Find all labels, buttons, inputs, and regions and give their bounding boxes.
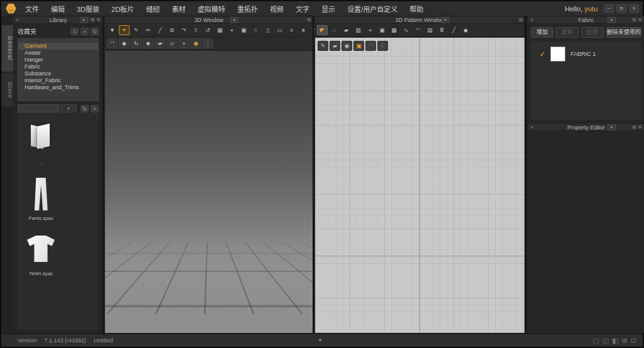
zoom-pattern-icon[interactable]: ◉: [341, 41, 352, 51]
free-sewing-icon[interactable]: ▤: [425, 25, 435, 35]
restore-button[interactable]: ⧉: [616, 4, 626, 13]
show-avatar-icon[interactable]: ☻: [143, 38, 153, 48]
layout-settings-icon[interactable]: ⊡: [631, 335, 636, 345]
show-hat-icon[interactable]: ◠: [107, 38, 118, 48]
edit-texture-icon[interactable]: ✎: [318, 41, 328, 51]
arrange-up-icon[interactable]: ⇧: [191, 25, 201, 35]
pin-icon[interactable]: +: [16, 17, 19, 23]
show-seamline-icon[interactable]: ▱: [167, 38, 177, 48]
thumbnail-tshirt[interactable]: Tshirt.zpac: [23, 232, 59, 286]
menu-help[interactable]: 帮助: [409, 4, 423, 14]
arrangement-icon[interactable]: ↷: [179, 25, 189, 35]
flatten-patterns-icon[interactable]: ⧉: [167, 25, 177, 35]
close-panel-icon[interactable]: ✕: [96, 16, 101, 24]
menu-material[interactable]: 素材: [172, 4, 186, 14]
sewing-2d-icon[interactable]: ▣: [377, 25, 387, 35]
minimize-button[interactable]: ─: [604, 4, 614, 13]
fabric-list-item[interactable]: ✓ FABRIC 1: [531, 41, 641, 62]
float-panel-icon[interactable]: ⧉: [633, 124, 636, 131]
grading-icon[interactable]: ▦: [214, 25, 225, 35]
library-item-substance[interactable]: Substance: [18, 70, 98, 77]
reset-arrangement-icon[interactable]: ↺: [203, 25, 213, 35]
measure-tape-icon[interactable]: ≡: [286, 25, 297, 35]
thumbnail-pants[interactable]: Pants.zpac: [23, 177, 59, 231]
library-item-garment[interactable]: Garment: [18, 43, 98, 50]
select-mesh-icon[interactable]: ✎: [131, 25, 142, 35]
menu-file[interactable]: 文件: [25, 4, 39, 14]
search-input[interactable]: [18, 104, 59, 112]
library-item-avatar[interactable]: Avatar: [18, 50, 98, 57]
copy-fabric-button[interactable]: 复制: [556, 27, 579, 38]
tab-store[interactable]: Store: [2, 73, 13, 107]
grading-2d-icon[interactable]: ▦: [389, 25, 399, 35]
transform-pattern-icon[interactable]: ◤: [317, 25, 328, 35]
import-icon[interactable]: ⇩: [70, 28, 79, 35]
chevron-down-icon[interactable]: ▼: [80, 17, 88, 23]
layout-split-3-icon[interactable]: ◧: [612, 335, 618, 345]
menu-text[interactable]: 文字: [296, 4, 309, 14]
delete-unused-button[interactable]: 删除未使用的: [606, 27, 641, 38]
close-panel-icon[interactable]: ✕: [638, 124, 642, 131]
render-mode-icon[interactable]: ◉: [191, 38, 201, 48]
add-fabric-button[interactable]: 增加: [531, 27, 553, 38]
close-panel-icon[interactable]: ✕: [638, 16, 642, 24]
app-logo-icon[interactable]: ◡: [6, 3, 16, 14]
layout-single-icon[interactable]: ▢: [592, 335, 599, 345]
float-panel-icon[interactable]: ⧉: [519, 16, 523, 24]
apply-fabric-button[interactable]: 应用: [581, 27, 604, 38]
brush-garment-icon[interactable]: ✏: [143, 25, 153, 35]
menu-avatar[interactable]: 虚拟模特: [197, 4, 225, 14]
menu-sewing[interactable]: 缝纫: [146, 4, 160, 14]
pen-3d-icon[interactable]: ╱: [155, 25, 165, 35]
edit-pattern-icon[interactable]: ∴: [329, 25, 340, 35]
menu-edit[interactable]: 编辑: [51, 4, 65, 14]
sync-simulation-icon[interactable]: ↻: [131, 38, 142, 48]
float-panel-icon[interactable]: ⧉: [307, 16, 311, 24]
sync-to-3d-icon[interactable]: ◆: [460, 25, 471, 35]
menu-retopology[interactable]: 重拓扑: [237, 4, 258, 14]
menu-2d-pattern[interactable]: 2D板片: [111, 4, 134, 14]
add-favorite-icon[interactable]: +: [80, 28, 89, 35]
float-panel-icon[interactable]: ⧉: [91, 16, 95, 24]
steam-brush-icon[interactable]: ○: [250, 25, 261, 35]
library-item-fabric[interactable]: Fabric: [18, 63, 98, 70]
thumbnail-parent-folder[interactable]: ..: [23, 121, 59, 175]
search-refresh-icon[interactable]: ↻: [80, 105, 89, 112]
show-garment-2d-icon[interactable]: ◠: [413, 25, 423, 35]
chevron-down-icon[interactable]: ▼: [608, 17, 616, 23]
2d-viewport[interactable]: ✎ ▰ ◉ ▣ ◠ ⇩: [315, 38, 525, 333]
float-panel-icon[interactable]: ⧉: [633, 16, 636, 24]
avatar-fit-icon[interactable]: ▯: [262, 25, 273, 35]
simulate-icon[interactable]: ▼: [107, 25, 118, 35]
notch-icon[interactable]: ∿: [401, 25, 411, 35]
chevron-down-icon[interactable]: ▼: [608, 124, 616, 131]
library-item-hanger[interactable]: Hanger: [18, 57, 98, 63]
search-dropdown-icon[interactable]: ▼: [60, 104, 77, 112]
collapse-handle-icon[interactable]: ▲: [318, 337, 323, 342]
refresh-icon[interactable]: ↻: [91, 28, 99, 35]
gizmo-icon[interactable]: ∗: [298, 25, 309, 35]
menu-3d-garment[interactable]: 3D服装: [77, 4, 99, 14]
close-button[interactable]: ✕: [629, 4, 639, 13]
export-pattern-icon[interactable]: ⇩: [377, 41, 388, 51]
texture-editor-icon[interactable]: ▨: [353, 25, 364, 35]
chevron-down-icon[interactable]: ▼: [230, 17, 238, 23]
show-pattern-box-icon[interactable]: ▣: [353, 41, 364, 51]
menu-display[interactable]: 显示: [321, 4, 335, 14]
view-mode-icon[interactable]: ≡: [91, 105, 99, 112]
pin-icon[interactable]: +: [530, 17, 533, 23]
pin-tool-icon[interactable]: ⌖: [226, 25, 237, 35]
garment-toggle-icon[interactable]: ◠: [365, 41, 376, 51]
tab-general[interactable]: General: [2, 25, 13, 72]
pin-icon[interactable]: +: [530, 124, 533, 131]
sewing-machine-icon[interactable]: ▣: [238, 25, 249, 35]
chevron-down-icon[interactable]: ▼: [441, 17, 450, 23]
fabric-swatch[interactable]: [550, 46, 565, 62]
layout-split-2-icon[interactable]: ◫: [602, 335, 609, 345]
show-fabric-icon[interactable]: ▰: [155, 38, 165, 48]
library-item-interior-fabric[interactable]: Interior_Fabric: [18, 77, 98, 84]
show-garment-icon[interactable]: ◆: [119, 38, 130, 48]
create-pattern-icon[interactable]: ▰: [341, 25, 352, 35]
trace-icon[interactable]: ╱: [448, 25, 459, 35]
username[interactable]: yutu: [584, 5, 597, 13]
